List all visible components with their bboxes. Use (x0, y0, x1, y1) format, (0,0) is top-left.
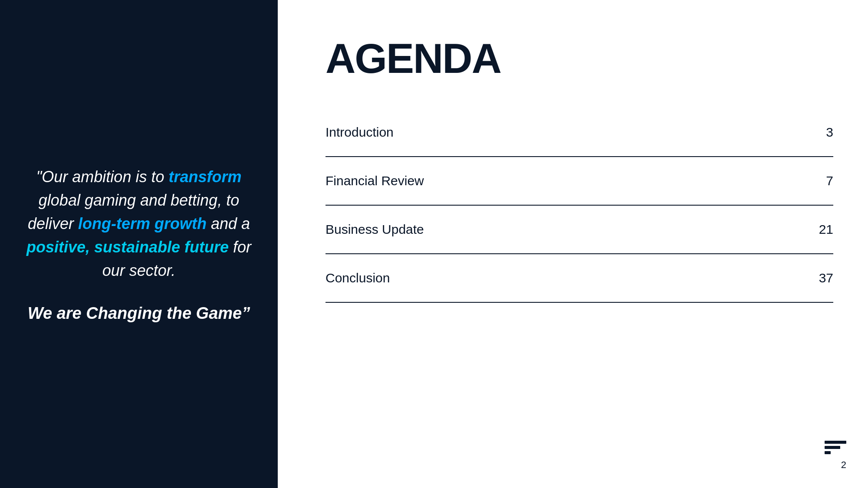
agenda-item-number: 21 (819, 222, 833, 237)
agenda-item-label: Business Update (326, 222, 424, 237)
agenda-list: Introduction 3 Financial Review 7 Busine… (326, 108, 833, 462)
right-panel: AGENDA Introduction 3 Financial Review 7… (278, 0, 868, 488)
page-number: 2 (841, 459, 846, 471)
agenda-item-label: Financial Review (326, 174, 424, 188)
quote-highlight-positive: positive, sustainable future (26, 238, 229, 256)
tagline: We are Changing the Game” (24, 304, 254, 323)
quote-highlight-longterm: long-term growth (78, 215, 207, 233)
quote-part1: "Our ambition is to (36, 168, 169, 186)
bottom-right: 2 (825, 441, 846, 471)
logo-icon (825, 441, 846, 454)
agenda-title: AGENDA (326, 35, 833, 82)
agenda-item-label: Conclusion (326, 271, 390, 285)
agenda-item-number: 7 (826, 174, 833, 188)
agenda-item-conclusion: Conclusion 37 (326, 254, 833, 303)
quote-highlight-transform: transform (168, 168, 241, 186)
agenda-item-financial-review: Financial Review 7 (326, 157, 833, 206)
left-panel: "Our ambition is to transform global gam… (0, 0, 278, 488)
quote-text: "Our ambition is to transform global gam… (24, 165, 254, 282)
quote-part3: and a (207, 215, 250, 233)
agenda-item-business-update: Business Update 21 (326, 206, 833, 254)
agenda-item-number: 3 (826, 125, 833, 140)
logo-bar-middle (825, 446, 840, 449)
agenda-item-number: 37 (819, 271, 833, 285)
agenda-item-introduction: Introduction 3 (326, 108, 833, 157)
agenda-item-label: Introduction (326, 125, 394, 140)
logo-bar-bottom (825, 451, 831, 454)
logo-bar-top (825, 441, 846, 444)
